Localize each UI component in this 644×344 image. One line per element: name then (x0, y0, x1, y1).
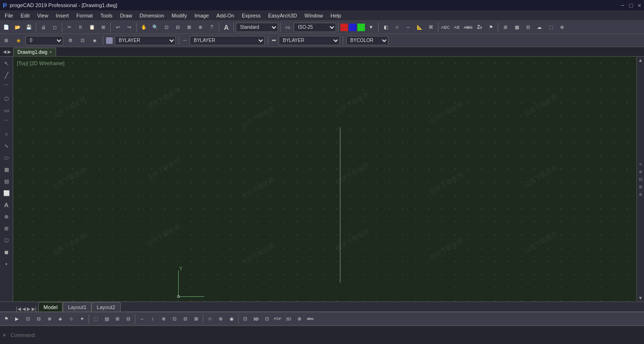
color-picker[interactable]: ▼ (366, 22, 376, 33)
bt-btn2[interactable]: ▶ (12, 314, 22, 324)
menu-tools[interactable]: Tools (97, 12, 116, 19)
lineweight-select[interactable]: BYLAYER (279, 36, 340, 45)
open-button[interactable]: 📂 (12, 22, 23, 33)
tool-solid[interactable]: ◼ (1, 246, 12, 258)
bt-btn23[interactable]: 3D (251, 314, 261, 324)
bt-btn6[interactable]: ◈ (55, 314, 66, 324)
matchprop-button[interactable]: ⊞ (98, 22, 108, 33)
bt-btn26[interactable]: 3D (283, 314, 294, 324)
print-button[interactable]: 🖨 (38, 22, 49, 33)
spell-btn[interactable]: ABC (440, 22, 451, 33)
bt-btn25[interactable]: PDF (272, 314, 283, 324)
menu-edit[interactable]: Edit (17, 12, 33, 19)
pan-button[interactable]: ✋ (139, 22, 149, 33)
undo-button[interactable]: ↩ (113, 22, 123, 33)
menu-image[interactable]: Image (190, 12, 213, 19)
layout-tab-next2[interactable]: ▶| (32, 306, 37, 311)
bt-btn27[interactable]: ⊕ (294, 314, 305, 324)
plotstyle-select[interactable]: BYCOLOR (346, 36, 388, 45)
canvas-area[interactable]: 仅供下载使用 仅供下载使用 仅供下载使用 仅供下载使用 仅供下载使用 仅供下载使… (13, 57, 636, 302)
layer-state-btn[interactable]: ⊡ (77, 35, 88, 46)
menu-window[interactable]: Window (301, 12, 327, 19)
layout-tab-prev1[interactable]: |◀ (16, 306, 21, 311)
snap-btn[interactable]: ⊹ (392, 22, 402, 33)
bt-btn10[interactable]: ▤ (101, 314, 112, 324)
rp-btn2[interactable]: ⊕ (637, 168, 644, 175)
cmd-x-icon[interactable]: × (3, 332, 6, 338)
color-swatch[interactable] (106, 37, 113, 44)
tool-3dface[interactable]: ⬠ (1, 235, 12, 246)
color-btn3[interactable] (357, 24, 365, 31)
menu-addon[interactable]: Add-On (213, 12, 238, 19)
bt-btn9[interactable]: ⬚ (91, 314, 101, 324)
num-btn[interactable]: Z₀ (474, 22, 485, 33)
zoom-window-button[interactable]: ⊡ (161, 22, 172, 33)
menu-insert[interactable]: Insert (52, 12, 73, 19)
bt-btn22[interactable]: ⊡ (240, 314, 250, 324)
linetype-select[interactable]: BYLAYER (190, 36, 265, 45)
menu-express[interactable]: Express (238, 12, 264, 19)
preview-button[interactable]: ◻ (50, 22, 60, 33)
zoom-all-button[interactable]: ⊕ (195, 22, 206, 33)
zoom-prev-button[interactable]: ⊟ (173, 22, 183, 33)
tab-prev[interactable]: ◀ (3, 49, 7, 54)
rp-btn1[interactable]: ≡ (637, 161, 644, 168)
rp-btn3[interactable]: ⊟ (637, 176, 644, 183)
menu-file[interactable]: File (1, 12, 17, 19)
tool-line[interactable]: ╱ (1, 69, 12, 81)
tab-model[interactable]: Model (38, 302, 63, 311)
tab-layout1[interactable]: Layout1 (63, 302, 91, 311)
cal-btn[interactable]: ⌘ (426, 22, 436, 33)
rp-btn4[interactable]: ⊞ (637, 184, 644, 190)
menu-view[interactable]: View (33, 12, 52, 19)
hatch-btn[interactable]: ▦ (512, 22, 522, 33)
command-line[interactable]: × (0, 326, 644, 344)
tool-select[interactable]: ↖ (1, 58, 12, 69)
menu-format[interactable]: Format (73, 12, 97, 19)
bt-btn17[interactable]: ⊟ (180, 314, 190, 324)
help-button[interactable]: ? (206, 22, 217, 33)
redo-button[interactable]: ↪ (124, 22, 134, 33)
bt-btn3[interactable]: ⊡ (23, 314, 33, 324)
menu-help[interactable]: Help (327, 12, 345, 19)
dist-btn[interactable]: ↔ (403, 22, 413, 33)
compass-btn[interactable]: ⊕ (557, 22, 567, 33)
command-input[interactable] (8, 330, 641, 340)
insert-btn[interactable]: ⚑ (486, 22, 496, 33)
tool-polygon[interactable]: ⬡ (1, 93, 12, 104)
bt-btn24[interactable]: ⊡ (262, 314, 272, 324)
text-button[interactable]: A (221, 22, 231, 33)
bt-btn11[interactable]: ⊞ (112, 314, 123, 324)
spell3-btn[interactable]: ABC (463, 22, 473, 33)
tool-text[interactable]: A (1, 199, 12, 210)
layer-settings-btn[interactable]: ⚙ (65, 35, 75, 46)
tool-spline[interactable]: ∿ (1, 140, 12, 151)
zoom-realtime-button[interactable]: 🔍 (150, 22, 160, 33)
table-btn[interactable]: ⊞ (500, 22, 511, 33)
tab-next[interactable]: ▶ (8, 49, 11, 54)
tool-attdef[interactable]: ⊞ (1, 223, 12, 234)
color-select[interactable]: BYLAYER (115, 36, 176, 45)
paste-button[interactable]: 📋 (87, 22, 97, 33)
font-select[interactable]: ISO-25 (294, 23, 336, 32)
bt-btn14[interactable]: ↕ (148, 314, 158, 324)
layer-btn[interactable]: ◧ (380, 22, 391, 33)
layout-tab-next1[interactable]: ▶ (27, 306, 31, 311)
measure-btn[interactable]: 📐 (414, 22, 425, 33)
bt-btn13[interactable]: ↔ (137, 314, 147, 324)
tool-point[interactable]: • (1, 258, 12, 269)
bt-btn4[interactable]: ⊟ (33, 314, 44, 324)
textstyle-select[interactable]: Standard (236, 23, 278, 32)
menu-draw[interactable]: Draw (116, 12, 136, 19)
bt-btn18[interactable]: ⊠ (191, 314, 201, 324)
maximize-button[interactable]: □ (629, 2, 633, 9)
tool-polyline[interactable]: ⌒ (1, 81, 12, 92)
minimize-button[interactable]: − (621, 2, 625, 9)
rp-btn5[interactable]: ⊕ (637, 191, 644, 198)
doc-tab-drawing1[interactable]: Drawing1.dwg × (13, 48, 56, 56)
bt-btn19[interactable]: ⊹ (205, 314, 215, 324)
bt-btn7[interactable]: ⊹ (66, 314, 76, 324)
tool-insert[interactable]: ⊕ (1, 211, 12, 222)
scroll-down-btn[interactable]: ▼ (638, 295, 643, 301)
cut-button[interactable]: ✂ (64, 22, 74, 33)
